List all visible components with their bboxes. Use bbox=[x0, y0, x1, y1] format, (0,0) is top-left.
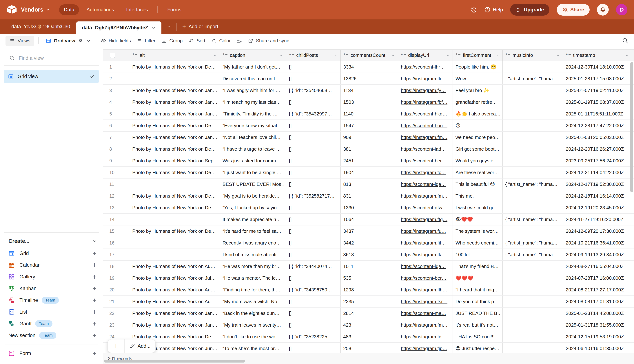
cell-caption[interactable]: “My mom was a witch. No… bbox=[220, 296, 286, 307]
url-link[interactable]: https://instagram.ftg… bbox=[401, 217, 447, 222]
cell-displayUrl[interactable]: https://scontent-hkg… bbox=[398, 108, 453, 120]
cell-caption[interactable]: “I’m teaching my last clas… bbox=[220, 96, 286, 108]
cell-childPosts[interactable]: [] bbox=[286, 308, 341, 319]
url-link[interactable]: https://instagram.flh… bbox=[401, 287, 447, 293]
cell-musicInfo[interactable]: { "artist_name": "huma… bbox=[503, 214, 563, 225]
cell-timestamp[interactable]: 2024-10-21T16:36:41.000Z bbox=[563, 237, 632, 248]
view-switcher[interactable]: Grid view bbox=[43, 36, 94, 46]
row-number[interactable]: 16 bbox=[103, 237, 130, 248]
row-number[interactable]: 15 bbox=[103, 226, 130, 237]
cell-commentsCount[interactable]: 1503 bbox=[341, 96, 398, 108]
cell-commentsCount[interactable]: 423 bbox=[341, 319, 398, 331]
search-button[interactable] bbox=[622, 38, 628, 44]
cell-childPosts[interactable]: [] bbox=[286, 155, 341, 166]
url-link[interactable]: https://instagram.fk… bbox=[401, 252, 446, 258]
row-number[interactable]: 1 bbox=[103, 61, 130, 72]
cell-caption[interactable]: “Not all teachers love chil… bbox=[220, 132, 286, 143]
cell-displayUrl[interactable]: https://instagram.fit… bbox=[398, 237, 453, 248]
filter-button[interactable]: Filter bbox=[134, 36, 158, 46]
url-link[interactable]: https://scontent-lhr… bbox=[401, 64, 445, 70]
views-button[interactable]: Views bbox=[6, 36, 34, 46]
add-view-plus-button[interactable]: + bbox=[93, 308, 97, 316]
cell-musicInfo[interactable] bbox=[503, 96, 563, 108]
cell-displayUrl[interactable]: https://instagram.fm… bbox=[398, 190, 453, 202]
cell-timestamp[interactable]: 2024-12-17T19:52:30.000Z bbox=[563, 178, 632, 190]
cell-childPosts[interactable]: [] bbox=[286, 237, 341, 248]
cell-caption[interactable]: Discovered this man on t… bbox=[220, 73, 286, 84]
cell-commentsCount[interactable]: 831 bbox=[341, 190, 398, 202]
cell-musicInfo[interactable] bbox=[503, 308, 563, 319]
row-number[interactable]: 18 bbox=[103, 261, 130, 272]
cell-firstComment[interactable]: I wish we could ge… bbox=[453, 202, 503, 213]
cell-timestamp[interactable]: 2024-12-19T20:23:45.000Z bbox=[563, 202, 632, 213]
create-item-calendar[interactable]: 31Calendar+ bbox=[4, 259, 99, 271]
cell-displayUrl[interactable]: https://instagram.fk… bbox=[398, 249, 453, 260]
url-link[interactable]: https://scontent-hou… bbox=[401, 123, 447, 128]
nav-tab-interfaces[interactable]: Interfaces bbox=[121, 4, 153, 15]
url-link[interactable]: https://instagram.fit… bbox=[401, 240, 446, 246]
row-number[interactable]: 14 bbox=[103, 214, 130, 225]
cell-alt[interactable]: Photo by Humans of New York on Jan… bbox=[130, 319, 220, 331]
url-link[interactable]: https://instagram.fu… bbox=[401, 228, 446, 234]
cell-firstComment[interactable]: it’s real but it’s not… bbox=[453, 319, 503, 331]
cell-commentsCount[interactable]: 2451 bbox=[341, 155, 398, 166]
column-header-caption[interactable]: Acaption bbox=[220, 50, 286, 61]
cell-caption[interactable]: “Timidity. Timidity is the … bbox=[220, 108, 286, 120]
column-header-musicInfo[interactable]: AmusicInfo bbox=[503, 50, 563, 61]
cell-firstComment[interactable]: ❤️❤️❤️ bbox=[453, 272, 503, 284]
create-item-grid[interactable]: Grid+ bbox=[4, 248, 99, 259]
cell-musicInfo[interactable] bbox=[503, 226, 563, 237]
cell-firstComment[interactable]: grandfather retire… bbox=[453, 96, 503, 108]
cell-displayUrl[interactable]: https://instagram.fu… bbox=[398, 226, 453, 237]
row-number[interactable]: 7 bbox=[103, 132, 130, 143]
cell-commentsCount[interactable]: 483 bbox=[341, 331, 398, 342]
table-tab-active[interactable]: data_Og5Zq6ZPNhWb5ydeZ bbox=[76, 22, 161, 34]
url-link[interactable]: https://scontent-hkg… bbox=[401, 111, 447, 117]
cell-alt[interactable]: Photo by Humans of New York on De… bbox=[130, 190, 220, 202]
url-link[interactable]: https://scontent-dfw… bbox=[401, 205, 447, 210]
url-link[interactable]: https://instagram.fjp… bbox=[401, 346, 447, 351]
cell-timestamp[interactable]: 2024-12-15T19:53:19.000Z bbox=[563, 331, 632, 342]
add-view-plus-button[interactable]: + bbox=[93, 261, 97, 269]
cell-musicInfo[interactable] bbox=[503, 284, 563, 296]
url-link[interactable]: https://scontent-lga… bbox=[401, 264, 446, 269]
cell-childPosts[interactable]: [] bbox=[286, 226, 341, 237]
cell-caption[interactable]: I kind of miss male attenti… bbox=[220, 249, 286, 260]
row-number[interactable]: 8 bbox=[103, 143, 130, 155]
cell-alt[interactable] bbox=[130, 178, 220, 190]
cell-commentsCount[interactable]: 2814 bbox=[341, 308, 398, 319]
horizontal-scrollbar[interactable] bbox=[104, 360, 245, 362]
add-view-plus-button[interactable]: + bbox=[93, 350, 97, 358]
share-and-sync-button[interactable]: Share and sync bbox=[245, 36, 292, 46]
cell-childPosts[interactable]: [ { "id": "35404668… bbox=[286, 85, 341, 96]
cell-firstComment[interactable]: 😍 Just utter respe… bbox=[453, 343, 503, 354]
cell-musicInfo[interactable] bbox=[503, 120, 563, 131]
url-link[interactable]: https://scontent-ber… bbox=[401, 158, 447, 164]
cell-childPosts[interactable]: [] bbox=[286, 319, 341, 331]
cell-timestamp[interactable]: 2024-09-19T13:29:34.000Z bbox=[563, 249, 632, 260]
cell-commentsCount[interactable]: 2235 bbox=[341, 296, 398, 307]
url-link[interactable]: https://instagram.fli… bbox=[401, 76, 446, 82]
cell-firstComment[interactable]: This me. bbox=[453, 190, 503, 202]
row-number[interactable]: 13 bbox=[103, 202, 130, 213]
row-number[interactable]: 10 bbox=[103, 167, 130, 178]
cell-caption[interactable]: “He was more than my br… bbox=[220, 261, 286, 272]
cell-firstComment[interactable]: That’s my friend B… bbox=[453, 261, 503, 272]
cell-commentsCount[interactable]: 1064 bbox=[341, 214, 398, 225]
url-link[interactable]: https://instagram.fm… bbox=[401, 193, 447, 199]
cell-childPosts[interactable]: [] bbox=[286, 143, 341, 155]
cell-displayUrl[interactable]: https://scontent-ber… bbox=[398, 155, 453, 166]
cell-alt[interactable]: Photo by Humans of New York on Sep… bbox=[130, 155, 220, 166]
url-link[interactable]: https://instagram.fsr… bbox=[401, 299, 447, 304]
url-link[interactable]: https://scontent-ma… bbox=[401, 310, 446, 316]
sort-button[interactable]: Sort bbox=[185, 36, 208, 46]
row-number[interactable]: 19 bbox=[103, 272, 130, 284]
cell-timestamp[interactable]: 2025-01-31T18:31:55.000Z bbox=[563, 319, 632, 331]
row-number[interactable]: 3 bbox=[103, 85, 130, 96]
create-item-gantt[interactable]: GanttTeam+ bbox=[4, 318, 99, 330]
cell-musicInfo[interactable]: { "artist_name": "huma… bbox=[503, 249, 563, 260]
cell-timestamp[interactable]: 2025-01-28T17:15:08.000Z bbox=[563, 73, 632, 84]
cell-caption[interactable]: “To me she’s the most pr… bbox=[220, 343, 286, 354]
cell-firstComment[interactable]: This is beautiful 😍 bbox=[453, 178, 503, 190]
cell-displayUrl[interactable]: https://scontent-dfw… bbox=[398, 202, 453, 213]
